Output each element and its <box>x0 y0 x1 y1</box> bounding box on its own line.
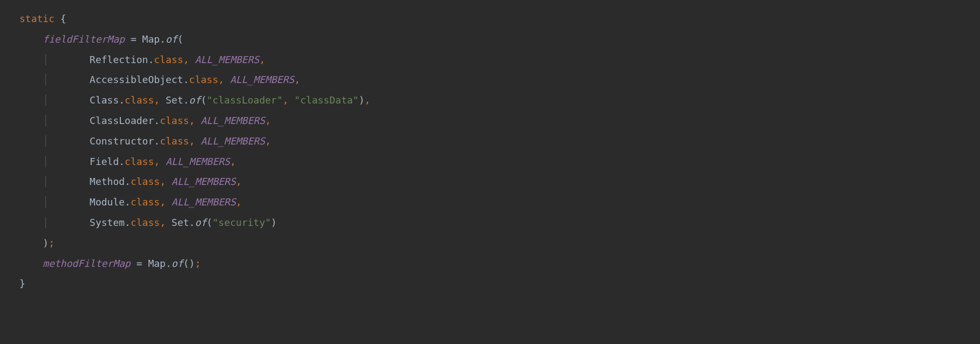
code-line: │ AccessibleObject.class, ALL_MEMBERS, <box>19 74 300 85</box>
identifier-Constructor: Constructor <box>90 135 154 147</box>
constant-ALL_MEMBERS: ALL_MEMBERS <box>230 74 294 85</box>
code-editor[interactable]: static { fieldFilterMap = Map.of( │ Refl… <box>0 0 980 294</box>
comma: , <box>183 54 195 65</box>
string-literal: "classLoader" <box>207 94 283 106</box>
comma: , <box>365 94 371 106</box>
keyword-class: class <box>125 156 154 167</box>
code-line: │ Constructor.class, ALL_MEMBERS, <box>19 135 271 147</box>
paren-close: ) <box>43 237 49 249</box>
string-literal: "classData" <box>294 94 358 106</box>
paren-open: ( <box>207 217 213 228</box>
field-methodFilterMap: methodFilterMap <box>43 258 131 269</box>
dot: . <box>125 176 131 187</box>
spacing <box>49 176 90 187</box>
keyword-class: class <box>154 54 183 65</box>
indent <box>19 258 43 269</box>
constant-ALL_MEMBERS: ALL_MEMBERS <box>172 176 236 187</box>
constant-ALL_MEMBERS: ALL_MEMBERS <box>201 115 265 126</box>
identifier-Reflection: Reflection <box>90 54 148 65</box>
brace-close: } <box>19 278 25 289</box>
spacing <box>49 74 90 85</box>
identifier-Method: Method <box>90 176 125 187</box>
comma: , <box>230 156 236 167</box>
keyword-class: class <box>131 217 160 228</box>
identifier-AccessibleObject: AccessibleObject <box>90 74 183 85</box>
dot: . <box>119 156 125 167</box>
comma: , <box>283 94 295 106</box>
indent <box>19 217 43 228</box>
paren-close: ) <box>359 94 365 106</box>
comma: , <box>294 74 300 85</box>
spacing <box>49 196 90 208</box>
method-of: of <box>195 217 207 228</box>
indent <box>19 237 43 249</box>
keyword-class: class <box>160 115 189 126</box>
comma: , <box>160 176 172 187</box>
constant-ALL_MEMBERS: ALL_MEMBERS <box>166 156 230 167</box>
identifier-ClassLoader: ClassLoader <box>90 115 154 126</box>
indent-guide: │ <box>43 135 49 147</box>
comma: , <box>218 74 230 85</box>
identifier-Map: Map <box>148 258 166 269</box>
dot: . <box>183 74 189 85</box>
dot: . <box>154 115 160 126</box>
method-of: of <box>166 33 178 45</box>
string-literal: "security" <box>213 217 271 228</box>
identifier-System: System <box>90 217 125 228</box>
indent <box>19 135 43 147</box>
spacing <box>49 115 90 126</box>
keyword-class: class <box>125 94 154 106</box>
code-line: } <box>19 278 25 289</box>
paren-empty: () <box>183 258 195 269</box>
identifier-Class: Class <box>90 94 119 106</box>
semicolon: ; <box>195 258 201 269</box>
comma: , <box>160 196 172 208</box>
dot: . <box>183 94 189 106</box>
comma: , <box>236 196 242 208</box>
code-line: │ System.class, Set.of("security") <box>19 217 277 228</box>
keyword-class: class <box>131 196 160 208</box>
indent <box>19 176 43 187</box>
paren-open: ( <box>201 94 207 106</box>
code-line: │ Module.class, ALL_MEMBERS, <box>19 196 242 208</box>
comma: , <box>259 54 265 65</box>
comma: , <box>189 135 201 147</box>
brace-open: { <box>55 13 66 24</box>
indent-guide: │ <box>43 217 49 228</box>
comma: , <box>236 176 242 187</box>
spacing <box>49 135 90 147</box>
indent <box>19 94 43 106</box>
comma: , <box>160 217 172 228</box>
dot: . <box>148 54 154 65</box>
keyword-static: static <box>19 13 55 24</box>
dot: . <box>119 94 125 106</box>
constant-ALL_MEMBERS: ALL_MEMBERS <box>201 135 265 147</box>
indent <box>19 54 43 65</box>
indent-guide: │ <box>43 54 49 65</box>
code-line: fieldFilterMap = Map.of( <box>19 33 183 45</box>
operator-assign: = <box>131 258 148 269</box>
dot: . <box>189 217 195 228</box>
constant-ALL_MEMBERS: ALL_MEMBERS <box>195 54 259 65</box>
indent-guide: │ <box>43 196 49 208</box>
paren-close: ) <box>271 217 277 228</box>
comma: , <box>154 156 166 167</box>
indent-guide: │ <box>43 74 49 85</box>
identifier-Module: Module <box>90 196 125 208</box>
indent-guide: │ <box>43 94 49 106</box>
paren-open: ( <box>178 33 183 45</box>
indent <box>19 156 43 167</box>
code-line: ); <box>19 237 55 249</box>
method-of: of <box>189 94 201 106</box>
spacing <box>49 54 90 65</box>
keyword-class: class <box>160 135 189 147</box>
code-line: methodFilterMap = Map.of(); <box>19 258 201 269</box>
comma: , <box>154 94 166 106</box>
indent-guide: │ <box>43 156 49 167</box>
field-fieldFilterMap: fieldFilterMap <box>43 33 125 45</box>
constant-ALL_MEMBERS: ALL_MEMBERS <box>172 196 236 208</box>
indent-guide: │ <box>43 115 49 126</box>
spacing <box>49 156 90 167</box>
dot: . <box>125 217 131 228</box>
code-line: │ ClassLoader.class, ALL_MEMBERS, <box>19 115 271 126</box>
